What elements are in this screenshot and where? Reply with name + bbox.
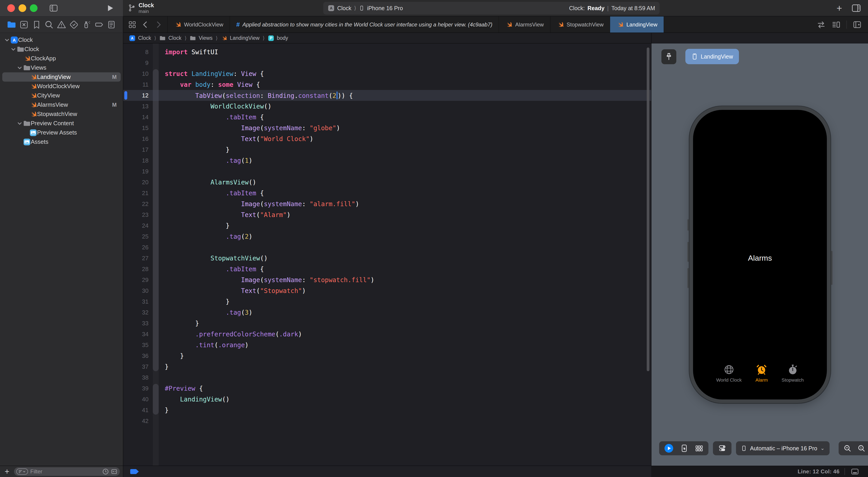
go-forward-icon[interactable] xyxy=(154,21,162,29)
code-line[interactable]: 41} xyxy=(123,405,651,416)
code-line[interactable]: 13 WorldClockView() xyxy=(123,101,651,112)
variants-preview-button[interactable] xyxy=(695,444,704,453)
tab-stopwatchview[interactable]: StopwatchView xyxy=(550,17,610,33)
disclosure-chevron-icon[interactable] xyxy=(10,46,17,53)
filter-icon[interactable] xyxy=(16,469,28,475)
code-line[interactable]: 27 StopwatchView() xyxy=(123,253,651,264)
code-line[interactable]: 39#Preview { xyxy=(123,383,651,394)
tab-worldclockview[interactable]: WorldClockView xyxy=(168,17,230,33)
sidebar-item-clock[interactable]: Clock xyxy=(2,44,121,54)
filter-field[interactable]: Filter xyxy=(14,467,120,476)
run-button[interactable] xyxy=(105,3,114,13)
code-line[interactable]: 12 TabView(selection: Binding.constant(2… xyxy=(123,90,651,101)
code-line[interactable]: 33 } xyxy=(123,318,651,329)
rail-issue-navigator[interactable] xyxy=(57,20,66,29)
sidebar-item-assets[interactable]: Assets xyxy=(2,137,121,147)
rail-debug-navigator[interactable] xyxy=(82,20,91,29)
live-preview-button[interactable] xyxy=(664,444,674,453)
code-line[interactable]: 19 xyxy=(123,166,651,177)
phone-tab-stopwatch[interactable]: Stopwatch xyxy=(782,364,804,383)
pin-preview-button[interactable] xyxy=(661,49,676,64)
code-line[interactable]: 9 xyxy=(123,57,651,68)
code-line[interactable]: 34 .preferredColorScheme(.dark) xyxy=(123,329,651,339)
rail-project-navigator[interactable] xyxy=(7,20,16,29)
phone-tab-alarm[interactable]: Alarm xyxy=(755,364,768,383)
selectable-preview-button[interactable] xyxy=(680,444,688,453)
rail-report-navigator[interactable] xyxy=(107,20,116,29)
iphone-preview[interactable]: Alarms World ClockAlarmStopwatch xyxy=(689,106,831,403)
code-line[interactable]: 14 .tabItem { xyxy=(123,112,651,122)
code-line[interactable]: 15 Image(systemName: "globe") xyxy=(123,122,651,133)
sidebar-item-landingview[interactable]: LandingViewM xyxy=(2,72,121,82)
code-line[interactable]: 29 Image(systemName: "stopwatch.fill") xyxy=(123,274,651,285)
add-editor-icon[interactable] xyxy=(852,20,862,29)
add-file-button[interactable]: + xyxy=(3,467,11,476)
preview-target-pill[interactable]: LandingView xyxy=(685,49,739,64)
code-line[interactable]: 30 Text("Stopwatch") xyxy=(123,285,651,296)
code-line[interactable]: 40 LandingView() xyxy=(123,394,651,405)
swap-editor-icon[interactable] xyxy=(817,20,826,29)
code-line[interactable]: 36 } xyxy=(123,350,651,361)
go-back-icon[interactable] xyxy=(141,21,149,29)
code-line[interactable]: 8import SwiftUI xyxy=(123,47,651,57)
tab-landingview[interactable]: LandingView xyxy=(610,17,664,33)
editor-options-icon[interactable] xyxy=(832,20,841,29)
code-line[interactable]: 25 .tag(2) xyxy=(123,231,651,242)
breadcrumb-views[interactable]: Views xyxy=(190,35,213,41)
code-line[interactable]: 11 var body: some View { xyxy=(123,79,651,90)
sidebar-item-worldclockview[interactable]: WorldClockView xyxy=(2,82,121,91)
code-line[interactable]: 38 xyxy=(123,372,651,383)
code-line[interactable]: 16 Text("World Clock") xyxy=(123,133,651,144)
rail-bookmark-navigator[interactable] xyxy=(32,20,41,29)
code-line[interactable]: 18 .tag(1) xyxy=(123,155,651,166)
breadcrumb-body[interactable]: Pbody xyxy=(268,35,288,41)
close-window-button[interactable] xyxy=(7,4,15,12)
code-line[interactable]: 22 Image(systemName: "alarm.fill") xyxy=(123,199,651,209)
zoom-out-button[interactable] xyxy=(840,441,855,455)
source-editor[interactable]: 8import SwiftUI910struct LandingView: Vi… xyxy=(123,43,651,466)
sidebar-item-clockapp[interactable]: ClockApp xyxy=(2,54,121,63)
code-line[interactable]: 37} xyxy=(123,361,651,372)
source-control-status-icon[interactable] xyxy=(111,468,118,475)
library-add-icon[interactable]: + xyxy=(835,4,844,13)
sidebar-item-stopwatchview[interactable]: StopwatchView xyxy=(2,110,121,119)
code-line[interactable]: 31 } xyxy=(123,296,651,307)
inspector-toggle-icon[interactable] xyxy=(850,3,862,13)
disclosure-chevron-icon[interactable] xyxy=(4,37,10,43)
recent-files-icon[interactable] xyxy=(102,468,109,475)
phone-screen[interactable]: Alarms World ClockAlarmStopwatch xyxy=(697,114,823,396)
sidebar-item-preview-content[interactable]: Preview Content xyxy=(2,119,121,128)
code-line[interactable]: 28 .tabItem { xyxy=(123,264,651,274)
code-line[interactable]: 23 Text("Alarm") xyxy=(123,209,651,220)
preview-device-dropdown[interactable]: Automatic – iPhone 16 Pro ⌄ xyxy=(736,441,830,455)
sidebar-item-cityview[interactable]: CityView xyxy=(2,91,121,100)
rail-find-navigator[interactable] xyxy=(44,20,54,29)
disclosure-chevron-icon[interactable] xyxy=(16,64,23,71)
editor-scrollbar[interactable] xyxy=(647,48,649,371)
breadcrumb-landingview[interactable]: LandingView xyxy=(221,35,259,41)
sidebar-item-clock[interactable]: AClock xyxy=(2,35,121,44)
code-line[interactable]: 10struct LandingView: View { xyxy=(123,68,651,79)
tab-applied[interactable]: #Applied abstraction to show many cities… xyxy=(230,17,499,33)
code-line[interactable]: 21 .tabItem { xyxy=(123,188,651,199)
related-items-icon[interactable] xyxy=(128,21,136,29)
breadcrumb-clock[interactable]: Clock xyxy=(159,35,182,41)
display-icon[interactable] xyxy=(850,468,860,476)
breakpoint-icon[interactable] xyxy=(129,469,141,475)
code-line[interactable]: 26 xyxy=(123,242,651,253)
phone-tab-world-clock[interactable]: World Clock xyxy=(716,364,742,383)
disclosure-chevron-icon[interactable] xyxy=(16,120,23,127)
code-line[interactable]: 42 xyxy=(123,416,651,426)
tab-alarmsview[interactable]: AlarmsView xyxy=(499,17,550,33)
code-line[interactable]: 20 AlarmsView() xyxy=(123,177,651,188)
zoom-window-button[interactable] xyxy=(30,4,37,12)
sidebar-item-alarmsview[interactable]: AlarmsViewM xyxy=(2,100,121,110)
code-line[interactable]: 32 .tag(3) xyxy=(123,307,651,318)
sidebar-item-views[interactable]: Views xyxy=(2,63,121,72)
zoom-100-button[interactable]: 1 xyxy=(855,441,868,455)
rail-test-navigator[interactable] xyxy=(69,20,79,29)
code-line[interactable]: 17 } xyxy=(123,144,651,155)
sidebar-item-preview-assets[interactable]: Preview Assets xyxy=(2,128,121,137)
rail-source-control-navigator[interactable] xyxy=(19,20,29,29)
run-destination[interactable]: A Clock ⟩ iPhone 16 Pro xyxy=(328,5,403,11)
